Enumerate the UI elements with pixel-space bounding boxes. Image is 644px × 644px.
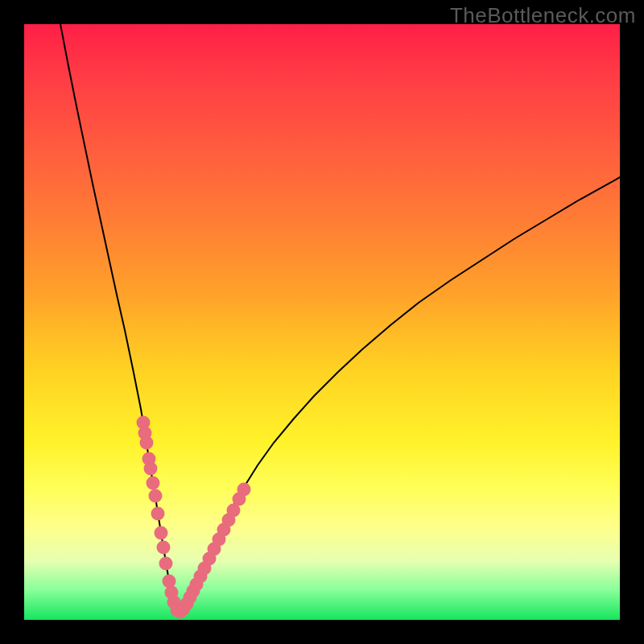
scatter-dots xyxy=(137,416,251,619)
data-point xyxy=(144,462,158,476)
data-point xyxy=(237,483,251,497)
data-point xyxy=(163,575,176,588)
watermark-text: TheBottleneck.com xyxy=(450,3,636,28)
curve-left-branch xyxy=(60,24,177,612)
data-point xyxy=(149,489,163,503)
data-point xyxy=(151,507,165,521)
data-point xyxy=(157,541,171,555)
bottleneck-curve-plot xyxy=(24,24,620,620)
data-point xyxy=(140,436,154,450)
chart-frame xyxy=(24,24,620,620)
data-point xyxy=(155,526,168,540)
curve-right-branch xyxy=(177,177,620,612)
data-point xyxy=(159,557,173,571)
data-point xyxy=(147,477,160,490)
